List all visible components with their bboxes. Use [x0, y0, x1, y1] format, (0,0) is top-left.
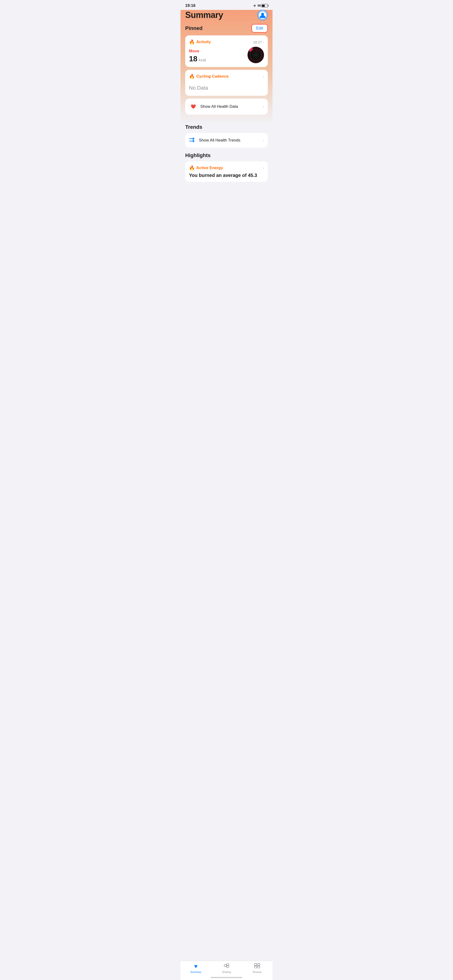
- activity-title-row: 🔥 Activity: [189, 39, 211, 45]
- summary-heart-icon: ♥: [194, 963, 198, 970]
- trends-section-header: Trends: [185, 124, 268, 130]
- tab-sharing[interactable]: Sharing: [211, 963, 242, 974]
- show-all-trends-card[interactable]: Show All Health Trends ›: [185, 133, 268, 148]
- move-number: 18: [189, 54, 198, 63]
- highlights-label: Highlights: [185, 153, 211, 159]
- activity-title: Activity: [196, 40, 211, 45]
- active-energy-chevron: ›: [263, 166, 264, 170]
- activity-ring: [247, 47, 264, 63]
- move-label: Move: [189, 49, 206, 54]
- status-time: 19:16: [185, 3, 195, 8]
- tab-browse-label: Browse: [253, 970, 262, 974]
- activity-card-content: Move 18 kcal: [185, 47, 268, 67]
- battery-fill: [262, 5, 265, 7]
- cycling-fire-icon: 🔥: [189, 73, 195, 79]
- active-energy-fire-icon: 🔥: [189, 165, 195, 171]
- cycling-title-row: 🔥 Cycling Cadence: [189, 73, 229, 79]
- cycling-title: Cycling Cadence: [196, 74, 229, 79]
- tab-summary[interactable]: ♥ Summary: [180, 963, 211, 974]
- move-unit: kcal: [199, 58, 206, 62]
- battery-container: 58: [258, 4, 268, 7]
- move-value-row: 18 kcal: [189, 54, 206, 63]
- heart-icon: ❤️: [191, 104, 196, 109]
- show-all-health-text: Show All Health Data: [200, 104, 260, 109]
- health-icon-box: ❤️: [189, 102, 198, 111]
- activity-ring-svg: [247, 47, 264, 63]
- no-data-label: No Data: [185, 81, 268, 96]
- activity-fire-icon: 🔥: [189, 39, 195, 45]
- cycling-chevron: ›: [263, 75, 264, 78]
- trends-arrows-icon: [189, 137, 196, 144]
- svg-rect-15: [255, 966, 257, 968]
- header-section: Summary Pinned Edit 🔥 Activity 18:27 ›: [180, 10, 273, 124]
- pinned-label: Pinned: [185, 25, 203, 31]
- active-energy-title-row: 🔥 Active Energy: [189, 165, 223, 171]
- activity-chevron: ›: [263, 40, 264, 44]
- page-title: Summary: [185, 10, 223, 20]
- tab-summary-label: Summary: [190, 970, 201, 974]
- profile-avatar-button[interactable]: [257, 10, 268, 20]
- cycling-cadence-card[interactable]: 🔥 Cycling Cadence › No Data: [185, 70, 268, 96]
- main-content: Trends Show All Health Trends › Highligh…: [180, 124, 273, 210]
- bottom-padding: [185, 186, 268, 210]
- activity-card[interactable]: 🔥 Activity 18:27 › Move 18 kcal: [185, 35, 268, 67]
- pinned-section-header: Pinned Edit: [185, 24, 268, 33]
- tab-browse[interactable]: Browse: [242, 963, 273, 974]
- battery-label: 58: [258, 4, 261, 7]
- highlights-section-header: Highlights: [185, 153, 268, 159]
- svg-rect-16: [258, 966, 260, 968]
- cycling-card-header: 🔥 Cycling Cadence ›: [185, 70, 268, 81]
- trends-label: Trends: [185, 124, 202, 130]
- trends-section: Trends Show All Health Trends ›: [185, 124, 268, 148]
- active-energy-header: 🔥 Active Energy ›: [189, 165, 264, 171]
- home-indicator: [211, 977, 242, 978]
- activity-time: 18:27: [253, 40, 262, 44]
- header-top: Summary: [185, 10, 268, 24]
- edit-button[interactable]: Edit: [252, 24, 268, 33]
- active-energy-description: You burned an average of 45.3: [189, 173, 264, 178]
- active-energy-card[interactable]: 🔥 Active Energy › You burned an average …: [185, 161, 268, 182]
- profile-avatar-icon: [258, 11, 267, 19]
- svg-point-10: [224, 964, 226, 967]
- active-energy-title: Active Energy: [196, 165, 223, 170]
- trends-chevron: ›: [263, 138, 264, 142]
- activity-time-row: 18:27 ›: [253, 40, 264, 44]
- sharing-icon: [223, 963, 230, 970]
- airplane-icon: ✈: [253, 3, 256, 8]
- browse-icon: [254, 963, 260, 970]
- tab-sharing-label: Sharing: [222, 970, 231, 974]
- highlights-section: Highlights 🔥 Active Energy › You burned …: [185, 153, 268, 182]
- activity-card-header: 🔥 Activity 18:27 ›: [185, 35, 268, 47]
- svg-rect-14: [258, 964, 260, 966]
- status-bar: 19:16 ✈ 58: [180, 0, 273, 10]
- show-all-health-card[interactable]: ❤️ Show All Health Data ›: [185, 99, 268, 115]
- show-all-health-chevron: ›: [263, 105, 264, 108]
- show-all-trends-text: Show All Health Trends: [199, 138, 260, 143]
- svg-rect-13: [255, 964, 257, 966]
- status-icons: ✈ 58: [253, 3, 268, 8]
- move-info: Move 18 kcal: [189, 49, 206, 63]
- battery-icon: [261, 4, 268, 7]
